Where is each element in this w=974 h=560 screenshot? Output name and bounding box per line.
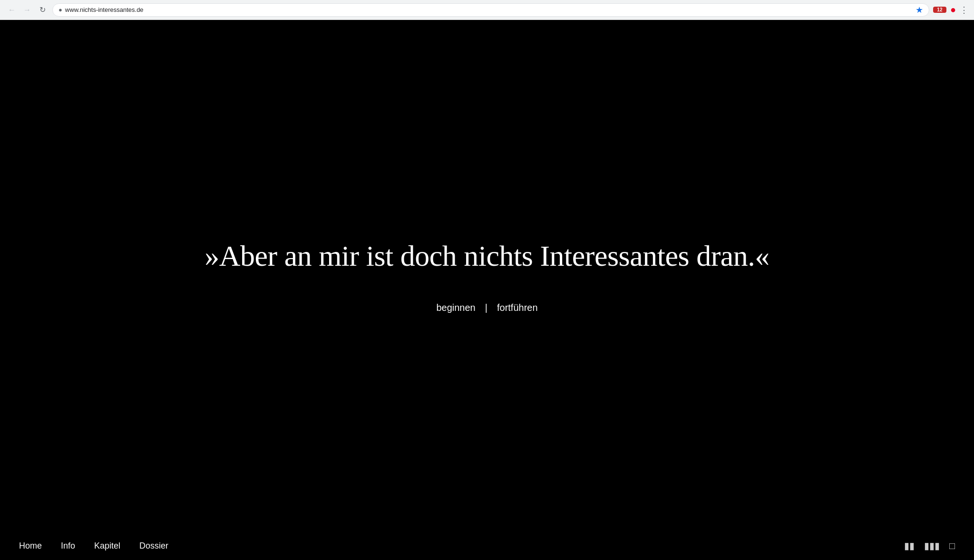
main-content: »Aber an mir ist doch nichts Interessant…: [0, 20, 974, 531]
home-nav-link[interactable]: Home: [19, 541, 42, 551]
nav-buttons: ← → ↻: [6, 4, 49, 16]
extension-badge[interactable]: 12: [933, 7, 946, 13]
security-icon: ●: [58, 6, 62, 13]
refresh-button[interactable]: ↻: [36, 4, 49, 16]
website-content: »Aber an mir ist doch nichts Interessant…: [0, 20, 974, 560]
main-quote: »Aber an mir ist doch nichts Interessant…: [205, 238, 769, 273]
nav-separator: |: [485, 302, 487, 313]
subtitle-icon[interactable]: ▮▮: [904, 540, 915, 551]
kapitel-nav-link[interactable]: Kapitel: [94, 541, 120, 551]
dossier-nav-link[interactable]: Dossier: [139, 541, 168, 551]
browser-chrome: ← → ↻ ● www.nichts-interessantes.de ★ 12…: [0, 0, 974, 20]
browser-menu-icon[interactable]: ⋮: [960, 5, 968, 15]
bookmark-star-icon[interactable]: ★: [916, 5, 923, 15]
url-text: www.nichts-interessantes.de: [65, 6, 913, 13]
info-nav-link[interactable]: Info: [61, 541, 75, 551]
browser-actions: 12 ● ⋮: [933, 4, 968, 15]
main-navigation: beginnen | fortführen: [436, 302, 537, 313]
address-bar[interactable]: ● www.nichts-interessantes.de ★: [52, 3, 929, 17]
bottom-nav-left: Home Info Kapitel Dossier: [19, 541, 168, 551]
fortfuhren-link[interactable]: fortführen: [497, 302, 538, 313]
back-button[interactable]: ←: [6, 4, 18, 16]
bottom-navigation: Home Info Kapitel Dossier ▮▮ ▮▮▮ □: [0, 531, 974, 560]
beginnen-link[interactable]: beginnen: [436, 302, 475, 313]
fullscreen-icon[interactable]: □: [949, 541, 955, 551]
bottom-nav-right: ▮▮ ▮▮▮ □: [904, 540, 955, 551]
chapters-icon[interactable]: ▮▮▮: [924, 540, 940, 551]
pinterest-icon[interactable]: ●: [950, 4, 956, 15]
forward-button[interactable]: →: [21, 4, 33, 16]
